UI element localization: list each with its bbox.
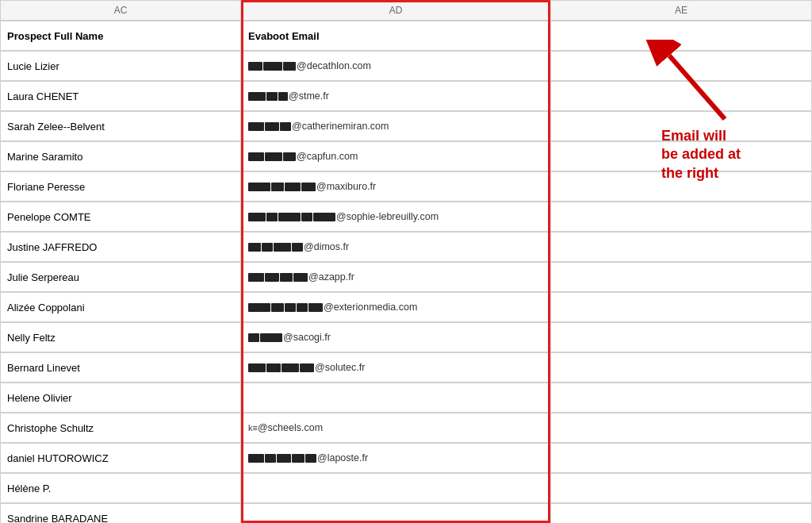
col-header-ae: AE <box>550 0 812 21</box>
table-row-name: Bernard Linevet <box>0 352 241 383</box>
redacted-block <box>265 152 282 161</box>
table-row-email: @azapp.fr <box>241 262 550 292</box>
table-row-email: @laposte.fr <box>241 443 550 473</box>
table-row-name: Justine JAFFREDO <box>0 232 241 262</box>
redacted-block <box>248 213 266 221</box>
table-row-ae <box>550 292 812 322</box>
redacted-block <box>274 243 291 252</box>
redacted-block <box>283 62 296 71</box>
email-domain: @laposte.fr <box>317 452 368 463</box>
table-row-name: Hélène P. <box>0 473 241 503</box>
table-row-ae <box>550 443 812 473</box>
email-domain: @exterionmedia.com <box>324 302 417 313</box>
table-row-name: daniel HUTOROWICZ <box>0 443 241 473</box>
table-row-ae <box>550 352 812 383</box>
redacted-block <box>271 303 284 312</box>
table-row-email: @catherinemiran.com <box>241 111 550 141</box>
email-domain: @stme.fr <box>289 90 329 102</box>
table-row-ae <box>550 202 812 232</box>
redacted-block <box>308 303 323 312</box>
annotation-text: Email will be added at the right <box>661 127 741 183</box>
redacted-block <box>278 92 288 101</box>
redacted-block <box>292 454 304 463</box>
email-domain: @azapp.fr <box>308 271 354 283</box>
email-header-label: Evaboot Email <box>248 30 320 42</box>
redacted-block <box>280 273 293 282</box>
redacted-block <box>278 213 301 221</box>
table-row-ae <box>550 322 812 352</box>
redacted-block <box>266 363 281 372</box>
table-row-email: @stme.fr <box>241 81 550 111</box>
redacted-block <box>266 213 278 221</box>
redacted-block <box>297 303 308 312</box>
table-row-email: @capfun.com <box>241 141 550 171</box>
table-row-email: @dimos.fr <box>241 232 550 262</box>
email-prefix: k≡ <box>248 423 258 433</box>
col-header-ac: AC <box>0 0 241 21</box>
redacted-block <box>248 273 264 282</box>
redacted-block <box>300 363 314 372</box>
table-row-name: Sarah Zelee--Belvent <box>0 111 241 141</box>
redacted-block <box>285 183 301 191</box>
redacted-block <box>285 303 296 312</box>
table-row-name: Sandrine BARADANE <box>0 503 241 523</box>
redacted-block <box>305 454 316 463</box>
redacted-block <box>313 213 335 221</box>
redacted-block <box>248 152 264 161</box>
redacted-block <box>280 122 291 131</box>
table-row-email: k≡@scheels.com <box>241 413 550 443</box>
redacted-block <box>282 363 299 372</box>
annotation-container: Email will be added at the right <box>638 40 796 183</box>
table-row-ae <box>550 232 812 262</box>
prospect-header-label: Prospect Full Name <box>7 30 103 42</box>
redacted-block <box>248 183 270 191</box>
redacted-block <box>292 243 303 252</box>
table-row-name: Helene Olivier <box>0 383 241 413</box>
table-row-email: @sophie-lebreuilly.com <box>241 202 550 232</box>
redacted-block <box>248 303 270 312</box>
table-row-email: @decathlon.com <box>241 51 550 81</box>
redacted-block <box>271 183 284 191</box>
email-domain: @capfun.com <box>297 151 358 162</box>
table-row-name: Julie Serpereau <box>0 262 241 292</box>
table-row-name: Floriane Peresse <box>0 171 241 202</box>
email-domain: @sophie-lebreuilly.com <box>336 211 439 222</box>
table-row-ae <box>550 262 812 292</box>
email-domain: @sacogi.fr <box>283 332 331 343</box>
redacted-block <box>248 243 261 252</box>
table-row-name: Penelope COMTE <box>0 202 241 232</box>
redacted-block <box>248 62 262 71</box>
redacted-block <box>263 62 282 71</box>
table-row-ae <box>550 473 812 503</box>
arrow-icon <box>638 40 733 135</box>
email-domain: @catherinemiran.com <box>292 121 389 132</box>
redacted-block <box>248 122 264 131</box>
table-row-ae <box>550 503 812 523</box>
table-row-email <box>241 503 550 523</box>
table-row-email: @sacogi.fr <box>241 322 550 352</box>
redacted-block <box>248 333 259 342</box>
redacted-block <box>293 273 308 282</box>
redacted-block <box>260 333 282 342</box>
redacted-block <box>283 152 296 161</box>
table-row-name: Alizée Coppolani <box>0 292 241 322</box>
table-row-name: Marine Saramito <box>0 141 241 171</box>
table-row-name: Nelly Feltz <box>0 322 241 352</box>
redacted-block <box>301 183 316 191</box>
email-domain: @dimos.fr <box>304 241 349 252</box>
email-domain: @maxiburo.fr <box>316 181 376 192</box>
table-row-name: Lucie Lizier <box>0 51 241 81</box>
email-domain: @decathlon.com <box>297 60 371 71</box>
table-row-email: @exterionmedia.com <box>241 292 550 322</box>
table-row-name: Laura CHENET <box>0 81 241 111</box>
table-row-ae <box>550 383 812 413</box>
redacted-block <box>265 454 276 463</box>
table-row-email: @solutec.fr <box>241 352 550 383</box>
redacted-block <box>248 454 264 463</box>
redacted-block <box>266 92 278 101</box>
redacted-block <box>265 122 279 131</box>
table-row-email <box>241 473 550 503</box>
redacted-block <box>277 454 291 463</box>
redacted-block <box>248 92 266 101</box>
table-row-ae <box>550 413 812 443</box>
